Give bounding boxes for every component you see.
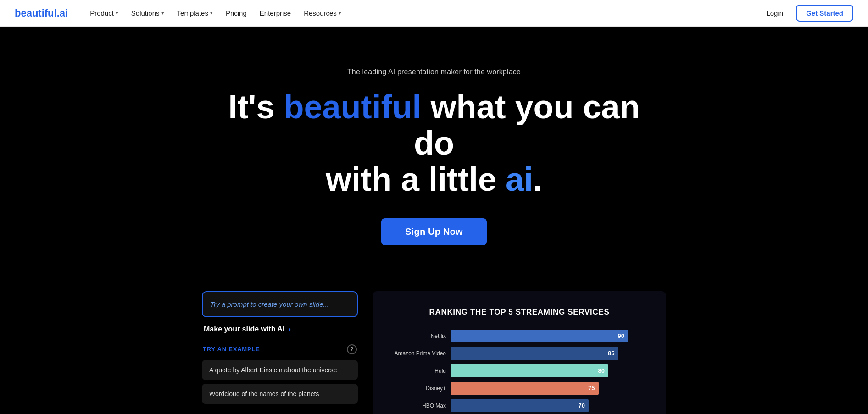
- bar-container: 75: [451, 382, 648, 395]
- bar-value: 90: [618, 332, 624, 339]
- prompt-input-wrapper: [202, 291, 358, 317]
- get-started-button[interactable]: Get Started: [796, 5, 853, 22]
- hero-subtitle: The leading AI presentation maker for th…: [9, 68, 859, 76]
- chevron-down-icon: ▾: [339, 10, 341, 16]
- hero-section: The leading AI presentation maker for th…: [0, 27, 868, 273]
- chart-row: HBO Max70: [391, 399, 648, 412]
- bar-value: 80: [598, 367, 605, 374]
- chart-row: Amazon Prime Video85: [391, 347, 648, 360]
- nav-links: Product▾Solutions▾Templates▾PricingEnter…: [84, 6, 759, 21]
- help-icon[interactable]: ?: [347, 344, 357, 354]
- headline-ai: ai: [506, 161, 533, 198]
- sign-up-button[interactable]: Sign Up Now: [381, 218, 487, 245]
- headline-part1: It's: [228, 88, 284, 125]
- nav-item-product[interactable]: Product▾: [84, 6, 124, 21]
- headline-part2: what you can do: [414, 88, 640, 161]
- logo[interactable]: beautiful.ai: [15, 7, 68, 19]
- nav-item-resources[interactable]: Resources▾: [298, 6, 347, 21]
- chart-row: Disney+75: [391, 382, 648, 395]
- headline-blue: beautiful: [284, 88, 422, 125]
- logo-accent: ai: [60, 7, 68, 19]
- example-list: A quote by Albert Einstein about the uni…: [202, 360, 358, 408]
- bar-container: 80: [451, 364, 648, 377]
- try-example-label: TRY AN EXAMPLE: [203, 346, 260, 353]
- nav-right: Login Get Started: [759, 5, 853, 22]
- chevron-down-icon: ▾: [116, 10, 118, 16]
- try-example-header: TRY AN EXAMPLE ?: [202, 344, 358, 354]
- chart-row: Hulu80: [391, 364, 648, 377]
- prompt-input[interactable]: [203, 292, 357, 316]
- chart-bar-label: Disney+: [391, 385, 446, 392]
- chart-row: Netflix90: [391, 330, 648, 342]
- bar-value: 85: [608, 350, 614, 357]
- bar: 70: [451, 399, 589, 412]
- make-slide-row: Make your slide with AI ›: [202, 325, 358, 334]
- nav-item-solutions[interactable]: Solutions▾: [126, 6, 170, 21]
- nav-item-enterprise[interactable]: Enterprise: [254, 6, 296, 21]
- chart-title: RANKING THE TOP 5 STREAMING SERVICES: [391, 308, 648, 317]
- nav-item-templates[interactable]: Templates▾: [172, 6, 218, 21]
- bar-container: 90: [451, 330, 648, 342]
- example-item[interactable]: A quote by Albert Einstein about the uni…: [202, 360, 358, 380]
- make-slide-label: Make your slide with AI: [204, 325, 284, 333]
- bar-value: 70: [579, 402, 585, 409]
- chart-bar-label: Amazon Prime Video: [391, 350, 446, 357]
- chart-bar-label: Hulu: [391, 368, 446, 374]
- chart-bars: Netflix90Amazon Prime Video85Hulu80Disne…: [391, 330, 648, 412]
- headline-dot: .: [533, 161, 542, 198]
- hero-headline: It's beautiful what you can do with a li…: [228, 89, 640, 198]
- left-panel: Make your slide with AI › TRY AN EXAMPLE…: [202, 291, 358, 408]
- bar: 75: [451, 382, 599, 395]
- headline-part3: with a little: [326, 161, 506, 198]
- arrow-right-icon: ›: [288, 325, 291, 334]
- chart-panel: RANKING THE TOP 5 STREAMING SERVICES Net…: [373, 291, 666, 414]
- example-item[interactable]: Wordcloud of the names of the planets: [202, 384, 358, 404]
- chart-bar-label: HBO Max: [391, 403, 446, 409]
- bar-container: 70: [451, 399, 648, 412]
- bar: 85: [451, 347, 618, 360]
- logo-text: beautiful.: [15, 7, 60, 19]
- navbar: beautiful.ai Product▾Solutions▾Templates…: [0, 0, 868, 27]
- bar-value: 75: [588, 385, 595, 392]
- login-button[interactable]: Login: [759, 6, 790, 21]
- nav-item-pricing[interactable]: Pricing: [220, 6, 252, 21]
- bar-container: 85: [451, 347, 648, 360]
- bar: 90: [451, 330, 628, 342]
- bar: 80: [451, 364, 608, 377]
- chevron-down-icon: ▾: [161, 10, 164, 16]
- chart-bar-label: Netflix: [391, 333, 446, 339]
- chevron-down-icon: ▾: [210, 10, 213, 16]
- interactive-section: Make your slide with AI › TRY AN EXAMPLE…: [0, 273, 868, 414]
